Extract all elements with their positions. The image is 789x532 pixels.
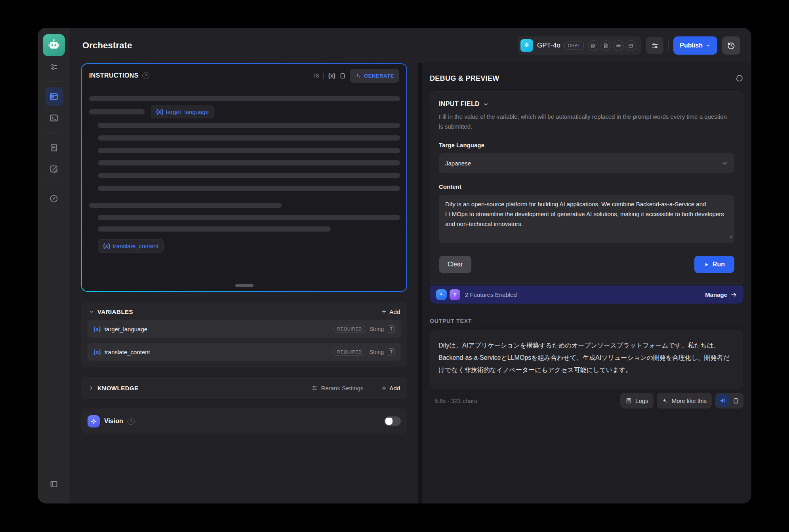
skeleton-line [89,203,282,208]
robot-icon [47,38,61,52]
left-rail [38,28,71,504]
variable-row[interactable]: {x} target_language REQUIRED String T [88,320,401,338]
instructions-panel: INSTRUCTIONS ? 78 {x} GENERATE [81,63,407,292]
more-like-this-label: More like this [672,397,707,404]
help-icon[interactable]: ? [128,418,135,425]
generation-feature-icon [436,289,447,300]
string-type-icon[interactable]: T [388,325,395,332]
model-parameters-button[interactable] [646,37,663,54]
output-stats: 5.6s · 321 chars [430,397,477,404]
copy-output-button[interactable] [731,395,741,406]
rerank-settings-button[interactable]: Rerank Settings [311,385,364,391]
manage-label: Manage [705,291,727,298]
string-type-icon[interactable]: T [388,348,395,355]
sidebar-item-orchestrate[interactable] [45,87,63,106]
add-knowledge-button[interactable]: Add [381,385,400,391]
input-field-header[interactable]: INPUT FIELD [439,101,734,108]
audio-capability-icon[interactable] [613,40,624,51]
variable-name: target_language [166,108,209,115]
manage-features-button[interactable]: Manage [705,291,737,298]
features-bar[interactable]: T 2 Features Enabled Manage [430,285,743,304]
run-button[interactable]: Run [694,256,734,273]
variable-chip-target-language[interactable]: {x} target_language [151,105,214,118]
add-label: Add [389,308,400,315]
output-footer: 5.6s · 321 chars Logs More like this [430,393,743,408]
variable-symbol: {x} [93,326,101,332]
content-textarea[interactable]: Dify is an open-source platform for buil… [439,195,734,243]
input-field-card: INPUT FIELD Fill in the value of the var… [430,91,743,284]
sidebar-item-settings[interactable] [45,58,63,76]
play-icon [704,262,709,267]
clipboard-icon [732,397,739,404]
knowledge-title: KNOWLEDGE [97,385,139,391]
model-mode-badge: CHAT [564,42,584,49]
output-text: Difyは、AIアプリケーションを構築するためのオープンソースプラットフォームで… [438,339,735,376]
chevron-right-icon[interactable] [88,385,94,391]
terminal-icon [49,113,59,123]
document-capability-icon[interactable] [600,40,611,51]
toggle-knob [385,418,393,425]
audio-copy-group [715,393,743,408]
app-avatar[interactable] [43,34,65,56]
history-button[interactable] [722,36,740,55]
sparkle-icon [662,397,669,404]
prompt-editor[interactable]: {x} target_language [82,87,406,291]
vision-toggle[interactable] [384,416,401,426]
document-icon [49,143,59,152]
copy-prompt-button[interactable] [339,72,346,79]
sidebar-item-logs[interactable] [45,139,63,157]
generate-button[interactable]: GENERATE [350,69,399,83]
clear-button[interactable]: Clear [439,256,471,273]
add-variable-button[interactable]: Add [381,308,400,315]
clear-label: Clear [448,261,463,268]
vision-capability-icon[interactable] [588,40,598,51]
skeleton-line [89,96,400,101]
vision-feature-icon [88,415,100,428]
reset-debug-button[interactable] [735,74,743,83]
insert-variable-button[interactable]: {x} [328,72,335,79]
output-divider [477,321,743,321]
logs-label: Logs [635,397,648,404]
variable-symbol: {x} [103,243,111,249]
sidebar-item-annotation[interactable] [45,160,63,178]
pane-resizer[interactable] [418,63,422,504]
publish-button[interactable]: Publish [673,36,717,55]
toolbar-divider [323,72,324,79]
target-language-label: Targe Language [439,142,734,148]
collapse-sidebar-button[interactable] [45,475,63,493]
required-badge: REQUIRED [334,325,365,333]
resize-handle[interactable] [235,284,253,287]
model-selector[interactable]: GPT-4o CHAT [518,36,641,55]
sliders-icon [651,42,659,50]
rail-divider [46,82,62,82]
variable-name: target_language [105,326,147,332]
more-like-this-button[interactable]: More like this [657,393,712,408]
content-value: Dify is an open-source platform for buil… [445,201,724,227]
textarea-resize-icon[interactable] [728,231,732,241]
sidebar-item-terminal[interactable] [45,109,63,127]
target-language-select[interactable]: Japanese [439,153,734,173]
generate-label: GENERATE [364,73,394,79]
logs-button[interactable]: Logs [620,393,654,408]
output-text-title: OUTPUT TEXT [430,318,472,324]
tts-feature-icon: T [450,289,460,300]
input-field-description: Fill in the value of the variable, which… [439,112,732,131]
skeleton-line [98,135,400,141]
variable-row[interactable]: {x} translate_content REQUIRED String T [88,343,401,361]
sidebar-item-monitoring[interactable] [45,190,63,208]
skeleton-line [98,173,400,178]
required-badge: REQUIRED [334,348,365,356]
skeleton-line [89,109,145,114]
restore-history-icon [727,41,736,50]
variable-chip-translate-content[interactable]: {x} translate_content [98,239,164,253]
video-capability-icon[interactable] [626,40,637,51]
header-divider [668,40,669,51]
variable-symbol: {x} [156,108,164,115]
skeleton-line [98,215,400,220]
help-icon[interactable]: ? [142,72,149,79]
chevron-down-icon[interactable] [88,309,94,315]
speaker-button[interactable] [717,394,729,407]
knowledge-section: KNOWLEDGE Rerank Settings Add [81,377,407,399]
variable-name: translate_content [113,243,158,249]
window-icon [49,92,59,101]
